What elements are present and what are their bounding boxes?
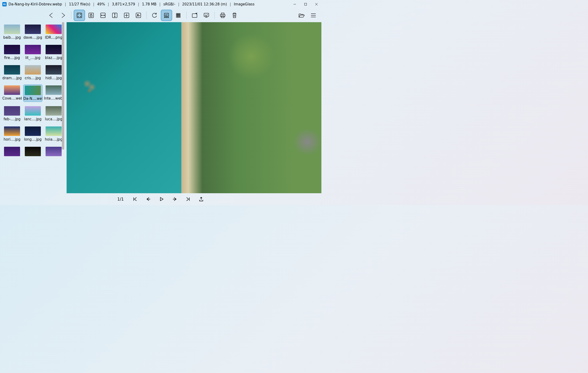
- nav-back-button[interactable]: [46, 10, 57, 21]
- thumbnail-item[interactable]: hori....jpg: [2, 126, 22, 141]
- thumbnail-item[interactable]: IDR....png: [44, 25, 63, 40]
- thumbnail-item[interactable]: Cove....webp: [2, 85, 22, 101]
- thumbnail-bar-button[interactable]: [173, 10, 184, 21]
- page-indicator: 1/1: [117, 197, 124, 202]
- autozoom-button[interactable]: [74, 10, 85, 21]
- thumbnail-image: [46, 65, 62, 75]
- scale-to-fit-button[interactable]: [121, 10, 132, 21]
- thumbnail-item[interactable]: cris....jpg: [23, 65, 42, 80]
- delete-button[interactable]: [229, 10, 240, 21]
- thumbnail-item[interactable]: Da-N....webp: [23, 84, 42, 102]
- thumbnail-label: luca....jpg: [44, 117, 63, 121]
- thumbnail-image: [25, 65, 41, 75]
- gallery-scrollbar[interactable]: [62, 22, 64, 150]
- thumbnail-item[interactable]: baib....jpg: [2, 25, 22, 40]
- scale-to-fill-button[interactable]: [133, 10, 144, 21]
- svg-rect-26: [204, 13, 209, 17]
- thumbnail-item[interactable]: [2, 147, 22, 158]
- maximize-button[interactable]: [300, 0, 311, 8]
- svg-rect-23: [178, 16, 179, 18]
- thumbnail-item[interactable]: blaz....jpg: [44, 45, 63, 60]
- thumbnail-image: [25, 86, 41, 95]
- thumbnail-item[interactable]: hoia....jpg: [44, 126, 63, 141]
- thumbnail-image: [4, 25, 20, 34]
- lockzoom-button[interactable]: [85, 10, 97, 21]
- next-frame-button[interactable]: [170, 195, 179, 203]
- thumbnail-label: feb-....jpg: [2, 117, 22, 121]
- image-viewer[interactable]: [67, 22, 321, 193]
- title-dimensions: 3,871×2,579: [112, 2, 135, 6]
- svg-rect-4: [77, 13, 82, 18]
- thumbnail-image: [4, 106, 20, 116]
- thumbnail-label: baib....jpg: [2, 35, 22, 40]
- nav-forward-button[interactable]: [57, 10, 69, 21]
- app-icon: IG: [2, 2, 7, 6]
- title-filesize: 1.78 MB: [142, 2, 156, 6]
- scale-to-width-button[interactable]: [97, 10, 109, 21]
- title-filename: Da-Nang-by-Kiril-Dobrev.webp: [9, 2, 62, 6]
- thumbnail-item[interactable]: hidi....jpg: [44, 65, 63, 80]
- svg-rect-28: [220, 14, 225, 17]
- thumbnail-item[interactable]: Inte....webp: [44, 85, 63, 101]
- svg-point-21: [179, 15, 180, 16]
- thumbnail-image: [46, 106, 62, 116]
- svg-rect-24: [179, 16, 180, 18]
- frameless-button[interactable]: [201, 10, 212, 21]
- thumbnail-item[interactable]: lanc....jpg: [23, 106, 42, 121]
- thumbnail-label: cris....jpg: [23, 76, 42, 80]
- thumbnail-label: dave....jpg: [23, 35, 42, 40]
- svg-rect-25: [192, 14, 197, 18]
- svg-rect-14: [166, 17, 167, 18]
- thumbnail-label: Inte....webp: [44, 96, 63, 101]
- thumbnail-image: [25, 106, 41, 116]
- title-datetime: 2023/11/01 12:36:28 (m): [182, 2, 227, 6]
- thumbnail-label: Cove....webp: [2, 96, 22, 101]
- thumbnail-image: [4, 85, 20, 95]
- thumbnail-image: [46, 147, 62, 156]
- export-frames-button[interactable]: [197, 195, 205, 203]
- titlebar: IG Da-Nang-by-Kiril-Dobrev.webp | 11/27 …: [0, 0, 323, 9]
- svg-rect-15: [168, 17, 168, 18]
- thumbnail-image: [4, 126, 20, 136]
- toolbar: [0, 9, 323, 22]
- scale-to-height-button[interactable]: [109, 10, 120, 21]
- minimize-button[interactable]: [289, 0, 300, 8]
- thumbnail-image: [46, 45, 62, 54]
- thumbnail-image: [4, 45, 20, 54]
- gallery-button[interactable]: [161, 10, 172, 21]
- thumbnail-label: dram....jpg: [2, 76, 22, 80]
- thumbnail-item[interactable]: luca....jpg: [44, 106, 63, 121]
- prev-frame-button[interactable]: [144, 195, 153, 203]
- title-colorspace: sRGB/-: [163, 2, 176, 6]
- svg-rect-12: [164, 13, 168, 16]
- close-button[interactable]: [311, 0, 322, 8]
- svg-point-16: [176, 13, 178, 15]
- print-button[interactable]: [217, 10, 228, 21]
- first-frame-button[interactable]: [131, 195, 139, 203]
- gallery-panel: baib....jpgdave....jpgIDR....pngfire....…: [0, 22, 64, 193]
- thumbnail-item[interactable]: [44, 147, 63, 158]
- thumbnail-image: [46, 126, 62, 136]
- thumbnail-label: hori....jpg: [2, 137, 22, 141]
- title-zoom: 49%: [97, 2, 105, 6]
- svg-rect-6: [90, 15, 92, 17]
- title-position: 11/27 file(s): [69, 2, 90, 6]
- thumbnail-item[interactable]: [23, 147, 42, 158]
- svg-rect-1: [305, 3, 307, 5]
- thumbnail-item[interactable]: long....jpg: [23, 126, 42, 141]
- last-frame-button[interactable]: [184, 195, 192, 203]
- window-fit-button[interactable]: [189, 10, 200, 21]
- thumbnail-item[interactable]: lit_....jpg: [23, 45, 42, 60]
- play-button[interactable]: [157, 195, 166, 203]
- main-menu-button[interactable]: [308, 10, 319, 21]
- refresh-button[interactable]: [149, 10, 160, 21]
- thumbnail-item[interactable]: dram....jpg: [2, 65, 22, 80]
- thumbnail-item[interactable]: dave....jpg: [23, 25, 42, 40]
- thumbnail-image: [25, 25, 41, 34]
- thumbnail-label: blaz....jpg: [44, 56, 63, 60]
- svg-rect-13: [164, 17, 165, 18]
- thumbnail-item[interactable]: fire....jpg: [2, 45, 22, 60]
- thumbnail-item[interactable]: feb-....jpg: [2, 106, 22, 121]
- svg-rect-5: [89, 13, 94, 18]
- open-file-button[interactable]: [296, 10, 307, 21]
